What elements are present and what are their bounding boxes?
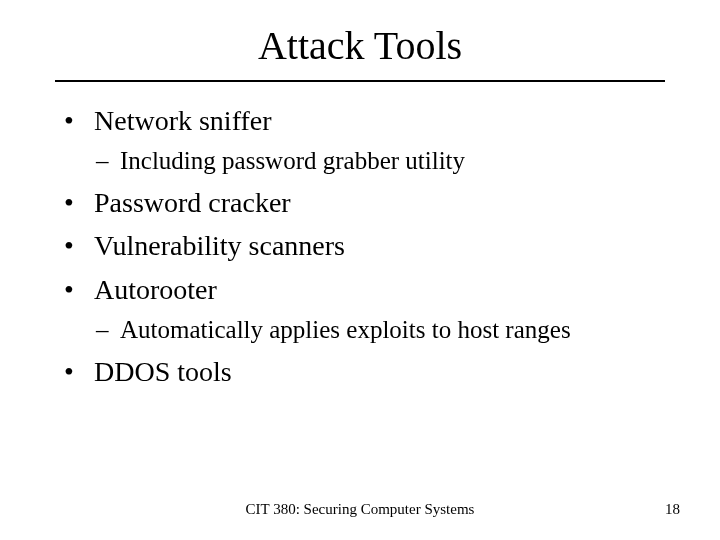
bullet-icon: • (60, 353, 94, 391)
footer-course: CIT 380: Securing Computer Systems (0, 501, 720, 518)
list-item-text: Vulnerability scanners (94, 227, 670, 265)
bullet-icon: • (60, 271, 94, 309)
list-subitem-text: Automatically applies exploits to host r… (120, 313, 670, 347)
list-item: • Password cracker (60, 184, 670, 222)
list-subitem: – Automatically applies exploits to host… (96, 313, 670, 347)
list-subitem: – Including password grabber utility (96, 144, 670, 178)
dash-icon: – (96, 144, 120, 178)
list-item: • DDOS tools (60, 353, 670, 391)
bullet-icon: • (60, 102, 94, 140)
list-item: • Network sniffer (60, 102, 670, 140)
page-number: 18 (665, 501, 680, 518)
list-item-text: Autorooter (94, 271, 670, 309)
list-item: • Vulnerability scanners (60, 227, 670, 265)
list-item-text: Network sniffer (94, 102, 670, 140)
slide-body: • Network sniffer – Including password g… (60, 96, 670, 390)
list-item-text: Password cracker (94, 184, 670, 222)
list-item: • Autorooter (60, 271, 670, 309)
slide-title: Attack Tools (0, 22, 720, 69)
list-item-text: DDOS tools (94, 353, 670, 391)
title-divider (55, 80, 665, 82)
bullet-icon: • (60, 184, 94, 222)
list-subitem-text: Including password grabber utility (120, 144, 670, 178)
bullet-icon: • (60, 227, 94, 265)
dash-icon: – (96, 313, 120, 347)
slide: Attack Tools • Network sniffer – Includi… (0, 0, 720, 540)
